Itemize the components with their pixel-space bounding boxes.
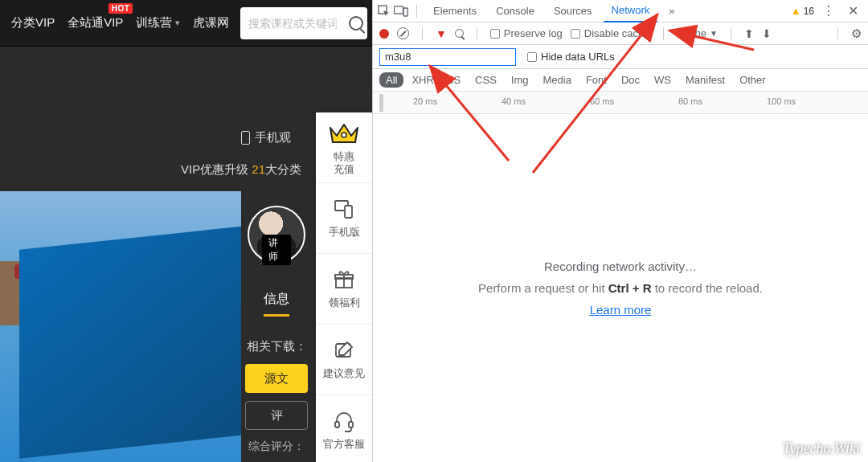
tab-network[interactable]: Network	[604, 0, 658, 22]
tab-sources[interactable]: Sources	[546, 0, 600, 22]
menu-brand[interactable]: 虎课网	[186, 0, 235, 47]
type-manifest[interactable]: Manifest	[679, 72, 731, 88]
filter-icon[interactable]: ▼	[436, 27, 447, 40]
type-img[interactable]: Img	[505, 72, 535, 88]
course-preview[interactable]	[0, 191, 241, 462]
phone-icon	[241, 131, 250, 145]
search-icon[interactable]	[455, 29, 464, 38]
tab-more[interactable]: »	[661, 0, 682, 22]
menu-all-vip[interactable]: 全站通VIP HOT	[61, 0, 129, 47]
type-xhr[interactable]: XHR	[405, 72, 440, 88]
source-button[interactable]: 源文	[245, 364, 308, 393]
instructor-tag: 讲师	[262, 235, 291, 265]
filter-input[interactable]	[379, 48, 516, 66]
tick-20: 20 ms	[413, 96, 437, 106]
dock-recharge[interactable]: 特惠 充值	[316, 112, 372, 183]
divider	[663, 27, 664, 40]
shortcut: Ctrl + R	[608, 281, 652, 295]
type-other[interactable]: Other	[733, 72, 772, 88]
close-icon[interactable]: ✕	[843, 3, 863, 18]
tab-console[interactable]: Console	[488, 0, 542, 22]
type-js[interactable]: JS	[442, 72, 467, 88]
divider	[416, 5, 417, 18]
record-button[interactable]	[379, 29, 389, 39]
preview-art	[19, 224, 241, 459]
dock-feedback[interactable]: 建议意见	[316, 325, 372, 395]
type-font[interactable]: Font	[579, 72, 613, 88]
dock-support[interactable]: 官方客服	[316, 395, 372, 462]
preserve-log-label: Preserve log	[504, 27, 563, 39]
kebab-icon[interactable]: ⋮	[817, 3, 840, 18]
mobile-view-link[interactable]: 手机观	[241, 130, 291, 145]
hide-data-urls-checkbox[interactable]: Hide data URLs	[527, 51, 615, 63]
search-button[interactable]	[345, 7, 367, 39]
clear-button[interactable]	[397, 27, 409, 39]
tab-elements[interactable]: Elements	[425, 0, 485, 22]
detail-tabs: 信息	[241, 291, 312, 317]
edit-icon	[333, 339, 355, 362]
dock-bonus[interactable]: 领福利	[316, 254, 372, 325]
checkbox-icon	[490, 29, 500, 39]
preserve-log-checkbox[interactable]: Preserve log	[490, 27, 563, 39]
learn-more-link[interactable]: Learn more	[590, 303, 652, 317]
search-wrap	[240, 7, 367, 39]
warning-count: 16	[804, 6, 814, 17]
svg-rect-8	[349, 422, 353, 427]
menu-camp[interactable]: 训练营 ▾	[129, 0, 186, 47]
side-dock: 特惠 充值 手机版 领福利 建议意见	[316, 112, 372, 462]
divider	[477, 27, 477, 40]
svg-rect-10	[395, 6, 403, 14]
divider	[422, 27, 423, 40]
divider	[731, 27, 731, 40]
timeline-handle[interactable]	[379, 94, 383, 112]
warning-badge[interactable]: ▲ 16	[791, 5, 814, 17]
tab-info[interactable]: 信息	[264, 291, 289, 317]
disable-cache-label: Disable cache	[584, 27, 650, 39]
inspect-icon[interactable]	[378, 5, 391, 18]
dock-recharge-l2: 充值	[334, 163, 354, 175]
svg-rect-2	[345, 206, 352, 218]
search-icon	[349, 16, 363, 31]
gear-icon[interactable]: ⚙	[851, 27, 862, 41]
filter-row: Hide data URLs	[373, 45, 868, 69]
type-css[interactable]: CSS	[469, 72, 503, 88]
tick-80: 80 ms	[678, 96, 702, 106]
menu-category-vip[interactable]: 分类VIP	[5, 0, 61, 47]
svg-point-0	[342, 133, 346, 137]
upload-har-icon[interactable]: ⬆	[744, 27, 754, 40]
menu-camp-label: 训练营	[136, 15, 172, 31]
vip-count: 21	[252, 162, 265, 176]
tick-40: 40 ms	[502, 96, 526, 106]
search-box[interactable]	[240, 7, 345, 39]
course-detail: 讲师 信息 相关下载： 源文 评 综合评分：	[241, 191, 312, 462]
instructor[interactable]: 讲师	[248, 206, 305, 264]
vip-promo[interactable]: VIP优惠升级 21大分类	[181, 162, 301, 178]
throttling-select[interactable]: Online ▼	[677, 27, 718, 39]
chevron-down-icon: ▾	[175, 18, 180, 28]
empty-state: Recording network activity… Perform a re…	[373, 114, 868, 462]
network-toolbar: ▼ Preserve log Disable cache Online ▼ ⬆ …	[373, 22, 868, 45]
devtools-panel: Elements Console Sources Network » ▲ 16 …	[372, 0, 868, 462]
empty-line1: Recording network activity…	[544, 260, 697, 273]
gift-icon	[333, 268, 355, 291]
devices-icon	[333, 198, 355, 220]
online-label: Online	[677, 27, 707, 39]
type-all[interactable]: All	[379, 72, 403, 88]
type-ws[interactable]: WS	[648, 72, 678, 88]
disable-cache-checkbox[interactable]: Disable cache	[571, 27, 650, 39]
crown-icon	[327, 120, 361, 145]
warning-icon: ▲	[791, 5, 801, 17]
vip-suffix: 大分类	[265, 162, 301, 176]
timeline[interactable]: 20 ms 40 ms 60 ms 80 ms 100 ms	[373, 92, 868, 114]
divider	[837, 27, 838, 40]
type-media[interactable]: Media	[536, 72, 577, 88]
dock-mobile[interactable]: 手机版	[316, 183, 372, 254]
type-doc[interactable]: Doc	[615, 72, 646, 88]
rating-label: 综合评分：	[248, 440, 305, 454]
empty-line2: Perform a request or hit Ctrl + R to rec…	[478, 281, 763, 295]
search-input[interactable]	[248, 17, 337, 30]
device-toggle-icon[interactable]	[394, 6, 408, 17]
download-har-icon[interactable]: ⬇	[762, 27, 772, 40]
review-button[interactable]: 评	[245, 401, 308, 430]
dock-mobile-label: 手机版	[329, 225, 360, 239]
